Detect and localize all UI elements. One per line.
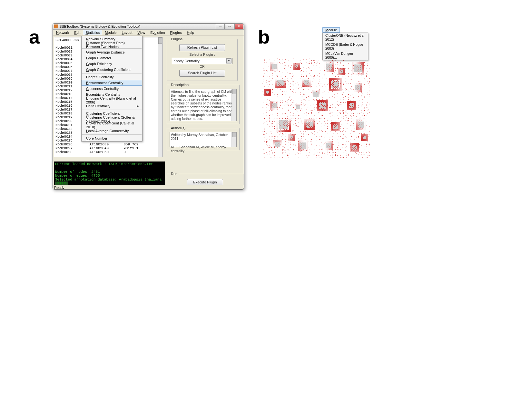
scrollbar[interactable] xyxy=(158,37,163,157)
svg-point-1583 xyxy=(352,73,352,73)
module-menu-item[interactable]: MCODE (Bader & Hogue 2003) xyxy=(323,42,368,51)
svg-point-1303 xyxy=(271,154,271,154)
svg-point-2306 xyxy=(281,118,281,118)
titlebar[interactable]: SBEToolbox (Systems Biology & Evolution … xyxy=(53,24,244,30)
network-visualization[interactable] xyxy=(261,57,371,159)
svg-point-2100 xyxy=(299,110,300,110)
svg-point-2068 xyxy=(278,106,278,107)
svg-point-2245 xyxy=(354,101,355,102)
scrollbar[interactable] xyxy=(232,89,236,121)
svg-point-1793 xyxy=(305,82,306,82)
stats-menu-item[interactable]: Graph Diameter xyxy=(82,55,142,61)
svg-point-1865 xyxy=(332,83,333,84)
svg-point-489 xyxy=(326,96,326,96)
svg-point-3079 xyxy=(266,95,267,96)
svg-point-2175 xyxy=(325,106,326,107)
stats-menu-item[interactable]: Betweenness Centrality xyxy=(82,80,142,86)
svg-point-2748 xyxy=(305,141,305,141)
svg-point-2085 xyxy=(296,109,297,109)
svg-point-1644 xyxy=(360,62,361,63)
svg-point-1724 xyxy=(280,84,281,85)
scroll-thumb[interactable] xyxy=(158,37,162,44)
svg-point-678 xyxy=(271,110,271,111)
svg-point-69 xyxy=(311,63,312,64)
svg-point-1310 xyxy=(297,154,298,154)
refresh-plugin-button[interactable]: Refresh Plugin List xyxy=(179,44,225,51)
svg-point-465 xyxy=(300,94,301,95)
app-icon xyxy=(54,24,58,28)
chevron-down-icon[interactable]: ▼ xyxy=(226,58,232,64)
svg-point-1369 xyxy=(342,157,342,158)
minimize-button[interactable]: — xyxy=(216,24,225,29)
svg-point-332 xyxy=(343,83,344,83)
stats-menu-item[interactable]: Distance (Shortest Path) Between Two Nod… xyxy=(82,42,142,48)
menu-plugins[interactable]: Plugins xyxy=(167,30,184,35)
terminal-output[interactable]: Current loaded network : TAIR_interactio… xyxy=(54,161,165,187)
svg-point-2588 xyxy=(360,128,360,129)
module-menu-button[interactable]: Module xyxy=(322,27,340,33)
menu-view[interactable]: View xyxy=(135,30,148,35)
svg-point-1692 xyxy=(275,86,276,87)
svg-point-2656 xyxy=(275,148,276,148)
svg-point-628 xyxy=(361,106,362,106)
svg-point-2714 xyxy=(299,147,300,148)
svg-point-1743 xyxy=(283,87,284,88)
svg-point-952 xyxy=(287,130,288,130)
svg-point-679 xyxy=(272,111,273,111)
svg-point-2609 xyxy=(364,128,364,129)
menu-evolution[interactable]: Evolution xyxy=(148,30,167,35)
svg-point-2731 xyxy=(301,150,301,151)
stats-menu-item[interactable]: Bridging Centrality (Hwang et al 2006) xyxy=(82,97,142,103)
svg-point-2284 xyxy=(278,122,278,123)
stats-menu-item[interactable]: Degree Centrality xyxy=(82,74,142,80)
stats-menu-item[interactable]: Brokering Coefficient (Cai et al 2010) xyxy=(82,122,142,128)
svg-point-558 xyxy=(266,103,266,103)
scrollbar[interactable] xyxy=(232,132,236,147)
svg-point-742 xyxy=(353,113,354,114)
svg-point-601 xyxy=(340,104,341,104)
menu-edit[interactable]: Edit xyxy=(72,30,83,35)
svg-point-1105 xyxy=(319,139,320,140)
stats-menu-item[interactable]: Graph Average Distance xyxy=(82,49,142,55)
svg-point-2312 xyxy=(281,118,282,118)
svg-point-2258 xyxy=(355,105,356,106)
module-menu-item[interactable]: ClusterONE (Nepusz et al 2012) xyxy=(323,33,368,42)
plugin-combobox[interactable]: Knotty Centrality ▼ xyxy=(172,58,232,64)
svg-point-1093 xyxy=(271,139,271,140)
svg-point-2411 xyxy=(305,122,306,123)
svg-point-566 xyxy=(294,102,294,103)
svg-point-565 xyxy=(292,102,293,103)
svg-point-2394 xyxy=(290,130,291,131)
svg-point-2721 xyxy=(300,146,300,147)
menu-module[interactable]: Module xyxy=(102,30,119,35)
close-button[interactable]: × xyxy=(234,24,243,29)
svg-point-2772 xyxy=(308,142,308,142)
maximize-button[interactable]: ▭ xyxy=(225,24,234,29)
stats-menu-item[interactable]: Closeness Centrality xyxy=(82,86,142,92)
svg-point-413 xyxy=(346,89,347,90)
stats-menu-item[interactable]: Graph Efficiency xyxy=(82,61,142,67)
svg-point-714 xyxy=(342,112,343,112)
menu-help[interactable]: Help xyxy=(184,30,197,35)
description-textbox[interactable]: Attempts to find the sub-graph of CIJ wi… xyxy=(170,89,237,121)
svg-point-1668 xyxy=(362,74,363,74)
stats-menu-item[interactable]: Core Number xyxy=(82,135,142,141)
scroll-thumb[interactable] xyxy=(232,89,236,94)
menu-network[interactable]: Network xyxy=(54,30,72,35)
svg-point-1719 xyxy=(279,85,280,86)
search-plugin-button[interactable]: Search Plugin List xyxy=(179,70,225,77)
svg-point-2952 xyxy=(318,94,318,94)
svg-point-3122 xyxy=(363,140,364,141)
svg-point-1768 xyxy=(302,80,303,80)
menu-layout[interactable]: Layout xyxy=(119,30,135,35)
module-menu-item[interactable]: MCL (Van Dongen 2000)... xyxy=(323,51,368,60)
svg-point-2498 xyxy=(332,125,333,126)
stats-menu-item[interactable]: Graph Clustering Coefficient xyxy=(82,67,142,73)
scroll-thumb[interactable] xyxy=(232,132,236,137)
author-textbox[interactable]: Written by Murray Shanahan, October 2011… xyxy=(170,132,237,147)
svg-point-797 xyxy=(293,119,294,119)
menu-statistics[interactable]: Statistics xyxy=(83,30,102,35)
svg-point-219 xyxy=(333,75,334,75)
svg-point-1251 xyxy=(339,149,339,150)
svg-point-629 xyxy=(366,105,367,106)
